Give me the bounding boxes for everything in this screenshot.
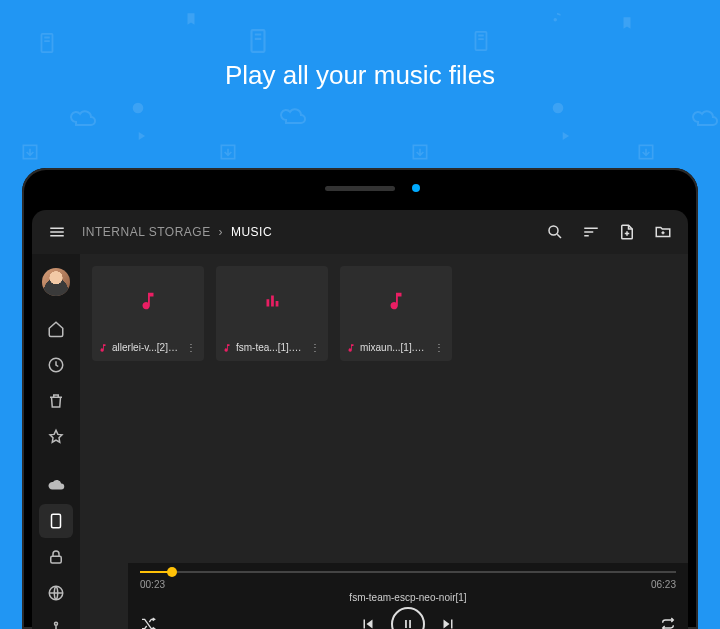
menu-button[interactable] — [42, 217, 72, 247]
skip-previous-icon — [359, 615, 377, 629]
sidebar-cloud[interactable] — [39, 468, 73, 502]
svg-rect-7 — [639, 145, 652, 158]
sidebar — [32, 254, 80, 629]
sort-button[interactable] — [576, 217, 606, 247]
device-icon — [47, 512, 65, 530]
tablet-camera — [412, 184, 420, 192]
progress-knob[interactable] — [167, 567, 177, 577]
app-screen: INTERNAL STORAGE › MUSIC — [32, 210, 688, 629]
page-headline: Play all your music files — [0, 0, 720, 91]
shuffle-icon — [140, 616, 156, 629]
music-note-icon — [92, 266, 204, 336]
star-icon — [47, 428, 65, 446]
tablet-speaker — [325, 186, 395, 191]
skip-next-icon — [439, 615, 457, 629]
breadcrumb-separator: › — [219, 225, 224, 239]
file-more-button[interactable]: ⋮ — [308, 342, 322, 353]
progress-bar[interactable] — [140, 571, 676, 573]
equalizer-icon — [216, 266, 328, 336]
trash-icon — [47, 392, 65, 410]
svg-point-14 — [55, 622, 58, 625]
svg-point-3 — [133, 103, 144, 114]
breadcrumb-root[interactable]: INTERNAL STORAGE — [82, 225, 211, 239]
network-icon — [47, 620, 65, 629]
play-pause-button[interactable] — [391, 607, 425, 629]
recent-icon — [47, 356, 65, 374]
sort-icon — [582, 223, 600, 241]
sidebar-home[interactable] — [39, 312, 73, 346]
breadcrumb[interactable]: INTERNAL STORAGE › MUSIC — [82, 225, 272, 239]
svg-rect-11 — [52, 514, 61, 528]
svg-point-9 — [549, 226, 558, 235]
file-name: allerlei-v...[2].mp3 — [112, 342, 180, 353]
file-more-button[interactable]: ⋮ — [184, 342, 198, 353]
file-tile[interactable]: allerlei-v...[2].mp3⋮ — [92, 266, 204, 361]
svg-rect-12 — [51, 556, 62, 563]
home-icon — [47, 320, 65, 338]
globe-icon — [47, 584, 65, 602]
time-elapsed: 00:23 — [140, 579, 165, 590]
next-button[interactable] — [439, 615, 457, 629]
svg-rect-8 — [413, 145, 426, 158]
music-note-icon — [346, 343, 356, 353]
lock-icon — [47, 548, 65, 566]
player-bar: 00:23 06:23 fsm-team-escp-neo-noir[1] — [128, 563, 688, 629]
search-icon — [546, 223, 564, 241]
pause-icon — [401, 617, 415, 629]
breadcrumb-current: MUSIC — [231, 225, 272, 239]
sidebar-network[interactable] — [39, 612, 73, 629]
sidebar-favorites[interactable] — [39, 420, 73, 454]
shuffle-button[interactable] — [140, 616, 156, 629]
file-grid: allerlei-v...[2].mp3⋮fsm-tea...[1].mp3⋮m… — [80, 254, 688, 373]
previous-button[interactable] — [359, 615, 377, 629]
new-folder-icon — [654, 223, 672, 241]
menu-icon — [48, 223, 66, 241]
time-total: 06:23 — [651, 579, 676, 590]
cloud-icon — [47, 476, 65, 494]
sidebar-secure[interactable] — [39, 540, 73, 574]
file-tile[interactable]: fsm-tea...[1].mp3⋮ — [216, 266, 328, 361]
avatar[interactable] — [42, 268, 70, 296]
sidebar-trash[interactable] — [39, 384, 73, 418]
new-file-button[interactable] — [612, 217, 642, 247]
file-more-button[interactable]: ⋮ — [432, 342, 446, 353]
now-playing-title: fsm-team-escp-neo-noir[1] — [140, 592, 676, 603]
top-bar: INTERNAL STORAGE › MUSIC — [32, 210, 688, 254]
repeat-icon — [660, 616, 676, 629]
repeat-button[interactable] — [660, 616, 676, 629]
file-name: mixaun...[1].mp3 — [360, 342, 428, 353]
music-note-icon — [340, 266, 452, 336]
svg-rect-5 — [221, 145, 234, 158]
sidebar-recent[interactable] — [39, 348, 73, 382]
new-file-icon — [618, 223, 636, 241]
svg-point-6 — [553, 103, 564, 114]
search-button[interactable] — [540, 217, 570, 247]
file-grid-area: allerlei-v...[2].mp3⋮fsm-tea...[1].mp3⋮m… — [80, 254, 688, 629]
tablet-frame: INTERNAL STORAGE › MUSIC — [22, 168, 698, 629]
file-name: fsm-tea...[1].mp3 — [236, 342, 304, 353]
svg-rect-4 — [23, 145, 36, 158]
music-note-icon — [222, 343, 232, 353]
file-tile[interactable]: mixaun...[1].mp3⋮ — [340, 266, 452, 361]
sidebar-device[interactable] — [39, 504, 73, 538]
sidebar-web[interactable] — [39, 576, 73, 610]
music-note-icon — [98, 343, 108, 353]
new-folder-button[interactable] — [648, 217, 678, 247]
